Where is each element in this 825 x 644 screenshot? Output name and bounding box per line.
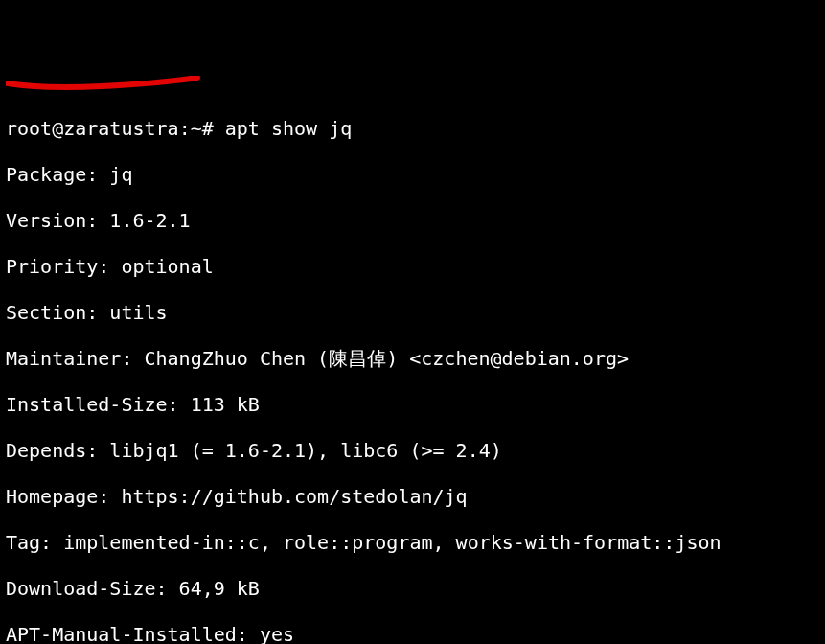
output-maintainer: Maintainer: ChangZhuo Chen (陳昌倬) <czchen… bbox=[6, 347, 819, 370]
output-download-size: Download-Size: 64,9 kB bbox=[6, 577, 819, 600]
output-version: Version: 1.6-2.1 bbox=[6, 209, 819, 232]
output-section: Section: utils bbox=[6, 301, 819, 324]
command-text: apt show jq bbox=[214, 117, 353, 140]
output-homepage: Homepage: https://github.com/stedolan/jq bbox=[6, 485, 819, 508]
output-depends: Depends: libjq1 (= 1.6-2.1), libc6 (>= 2… bbox=[6, 439, 819, 462]
output-tag: Tag: implemented-in::c, role::program, w… bbox=[6, 531, 819, 554]
output-package: Package: jq bbox=[6, 163, 819, 186]
terminal-output[interactable]: root@zaratustra:~# apt show jq Package: … bbox=[6, 94, 819, 644]
prompt-userhost: root@zaratustra bbox=[6, 117, 179, 140]
underline-annotation-icon bbox=[6, 29, 201, 46]
prompt-path: :~# bbox=[179, 117, 214, 140]
output-apt-manual: APT-Manual-Installed: yes bbox=[6, 623, 819, 644]
output-priority: Priority: optional bbox=[6, 255, 819, 278]
output-installed-size: Installed-Size: 113 kB bbox=[6, 393, 819, 416]
prompt-line: root@zaratustra:~# apt show jq bbox=[6, 117, 819, 140]
